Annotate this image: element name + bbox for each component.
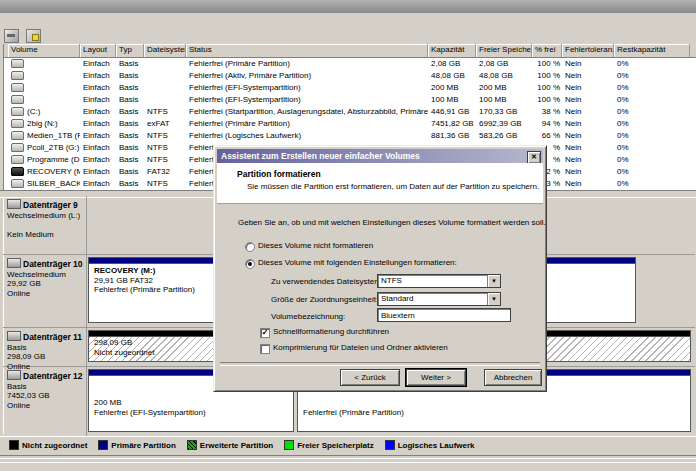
cell-typ: Basis	[116, 82, 144, 94]
cell-kapazitaet: 881,36 GB	[428, 130, 476, 142]
table-row[interactable]: EinfachBasisFehlerfrei (Aktiv, Primäre P…	[4, 70, 696, 82]
radio-do-not-format[interactable]	[245, 242, 255, 252]
dialog-instruction: Geben Sie an, ob und mit welchen Einstel…	[238, 218, 546, 227]
legend-item: Nicht zugeordnet	[9, 440, 87, 450]
cell-volume: Programme (D:)	[8, 154, 80, 166]
radio-format-with-settings[interactable]	[245, 259, 255, 269]
filesystem-select[interactable]: NTFS ▼	[377, 274, 501, 288]
partition-info-line: 200 MB	[94, 398, 293, 408]
cell-volume: Medien_1TB (F:)	[8, 130, 80, 142]
cell-volume	[8, 94, 80, 106]
cell-pct: 66 %	[532, 130, 562, 142]
cell-typ: Basis	[116, 178, 144, 190]
table-row[interactable]: Medien_1TB (F:)EinfachBasisNTFSFehlerfre…	[4, 130, 696, 142]
table-row[interactable]: EinfachBasisFehlerfrei (EFI-Systempartit…	[4, 82, 696, 94]
window-titlebar[interactable]	[0, 0, 696, 13]
legend-item: Erweiterte Partition	[187, 440, 273, 450]
dialog-title: Assistent zum Erstellen neuer einfacher …	[221, 151, 420, 161]
help-icon[interactable]	[26, 29, 41, 43]
legend-label: Nicht zugeordnet	[22, 441, 87, 450]
cell-typ: Basis	[116, 118, 144, 130]
volume-label-label: Volumebezeichnung:	[271, 312, 345, 321]
column-header-9[interactable]: Restkapazität	[614, 44, 690, 57]
column-header-4[interactable]: Status	[186, 44, 428, 57]
disk-label[interactable]: Datenträger 9Wechselmedium (L:) Kein Med…	[3, 196, 87, 254]
legend-label: Erweiterte Partition	[200, 441, 273, 450]
properties-icon[interactable]	[4, 29, 19, 43]
cell-volume: (C:)	[8, 106, 80, 118]
chevron-down-icon[interactable]: ▼	[487, 293, 500, 305]
disk-info-line: Wechselmedium	[7, 270, 86, 280]
cell-rest: 0%	[614, 178, 690, 190]
cancel-button[interactable]: Abbrechen	[484, 369, 542, 386]
menu-bar[interactable]	[0, 13, 696, 28]
column-header-5[interactable]: Kapazität	[428, 44, 476, 57]
disk-icon	[7, 331, 21, 341]
allocation-unit-label: Größe der Zuordnungseinheit:	[271, 295, 378, 304]
column-header-2[interactable]: Typ	[116, 44, 144, 57]
cell-typ: Basis	[116, 166, 144, 178]
cell-typ: Basis	[116, 142, 144, 154]
column-header-1[interactable]: Layout	[80, 44, 116, 57]
column-header-6[interactable]: Freier Speicher	[476, 44, 532, 57]
column-header-7[interactable]: % frei	[532, 44, 562, 57]
next-button[interactable]: Weiter >	[406, 369, 466, 386]
status-bar	[0, 462, 696, 471]
cell-status: Fehlerfrei (Primäre Partition)	[186, 58, 428, 70]
cell-status: Fehlerfrei (Aktiv, Primäre Partition)	[186, 70, 428, 82]
cell-status: Fehlerfrei (Primäre Partition)	[186, 118, 428, 130]
disk-info-line: Online	[7, 289, 86, 299]
disk-info-line: 7452,03 GB	[7, 391, 86, 401]
column-header-3[interactable]: Dateisystem	[144, 44, 186, 57]
cell-rest: 0%	[614, 154, 690, 166]
table-row[interactable]: 2big (N:)EinfachBasisexFATFehlerfrei (Pr…	[4, 118, 696, 130]
disk-label[interactable]: Datenträger 12Basis7452,03 GBOnline	[3, 367, 87, 436]
quick-format-label[interactable]: Schnellformatierung durchführen	[273, 327, 389, 336]
drive-icon	[11, 59, 24, 68]
quick-format-checkbox[interactable]: ✓	[260, 328, 270, 338]
legend-label: Freier Speicherplatz	[297, 441, 373, 450]
cell-toleranz: Nein	[562, 70, 614, 82]
volume-table-header: VolumeLayoutTypDateisystemStatusKapazitä…	[4, 44, 696, 58]
radio-do-not-format-label[interactable]: Dieses Volume nicht formatieren	[258, 241, 373, 250]
radio-format-with-settings-label[interactable]: Dieses Volume mit folgenden Einstellunge…	[258, 258, 457, 267]
legend-label: Logisches Laufwerk	[398, 441, 475, 450]
disk-info-line: Basis	[7, 343, 86, 353]
cell-dateisystem	[144, 94, 186, 106]
cell-status: Fehlerfrei (EFI-Systempartition)	[186, 94, 428, 106]
cell-freier: 170,33 GB	[476, 106, 532, 118]
new-simple-volume-wizard-dialog: Assistent zum Erstellen neuer einfacher …	[213, 145, 547, 392]
disk-label[interactable]: Datenträger 10Wechselmedium29,92 GBOnlin…	[3, 255, 87, 327]
back-button[interactable]: < Zurück	[340, 369, 400, 386]
disk-info-line: Online	[7, 401, 86, 411]
cell-kapazitaet: 2,08 GB	[428, 58, 476, 70]
cell-pct: 100 %	[532, 70, 562, 82]
cell-rest: 0%	[614, 118, 690, 130]
disk-info-line: 29,92 GB	[7, 279, 86, 289]
column-header-0[interactable]: Volume	[8, 44, 80, 57]
cell-toleranz: Nein	[562, 142, 614, 154]
disk-info-line: Kein Medium	[7, 230, 86, 240]
legend-swatch-navy	[98, 440, 108, 450]
compression-checkbox[interactable]	[260, 344, 270, 354]
cell-toleranz: Nein	[562, 154, 614, 166]
toolbar	[0, 27, 696, 45]
disk-label[interactable]: Datenträger 11Basis298,09 GBOnline	[3, 328, 87, 366]
column-header-8[interactable]: Fehlertoleranz	[562, 44, 614, 57]
cell-pct: 100 %	[532, 94, 562, 106]
legend-swatch-green	[284, 440, 294, 450]
cell-volume: 2big (N:)	[8, 118, 80, 130]
cell-dateisystem: FAT32	[144, 166, 186, 178]
compression-label[interactable]: Komprimierung für Dateien und Ordner akt…	[273, 343, 448, 352]
cell-toleranz: Nein	[562, 130, 614, 142]
chevron-down-icon[interactable]: ▼	[487, 275, 500, 287]
cell-dateisystem: NTFS	[144, 130, 186, 142]
allocation-unit-select[interactable]: Standard ▼	[377, 292, 501, 306]
volume-label-input[interactable]	[377, 308, 511, 322]
cell-kapazitaet: 200 MB	[428, 82, 476, 94]
cell-typ: Basis	[116, 130, 144, 142]
table-row[interactable]: EinfachBasisFehlerfrei (EFI-Systempartit…	[4, 94, 696, 106]
table-row[interactable]: (C:)EinfachBasisNTFSFehlerfrei (Startpar…	[4, 106, 696, 118]
table-row[interactable]: EinfachBasisFehlerfrei (Primäre Partitio…	[4, 58, 696, 70]
dialog-titlebar[interactable]: Assistent zum Erstellen neuer einfacher …	[217, 149, 543, 163]
